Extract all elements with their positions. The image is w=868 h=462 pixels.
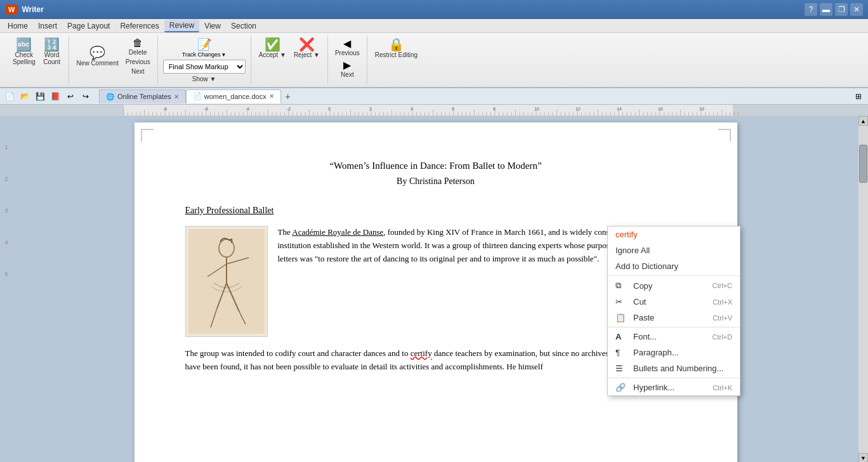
ribbon-group-track: 📝 Track Changes ▼ Final Show Markup Fina… (158, 36, 251, 84)
vertical-scrollbar[interactable]: ▲ ▼ (858, 116, 868, 462)
ruler-svg: // ruler ticks drawn via JS below -8-6-4… (0, 105, 868, 116)
scroll-down-btn[interactable]: ▼ (858, 453, 868, 462)
ctx-certify[interactable]: certify (608, 227, 740, 242)
undo-btn[interactable]: ↩ (63, 90, 77, 103)
svg-text:0: 0 (328, 107, 331, 111)
reject-btn[interactable]: ❌ Reject ▼ (291, 37, 322, 60)
svg-text:12: 12 (575, 107, 581, 111)
svg-text:2: 2 (369, 107, 372, 111)
new-doc-btn[interactable]: 📄 (3, 90, 16, 103)
accept-icon: ✅ (265, 38, 280, 51)
ribbon-group-comments: 💬 New Comment 🗑 Delete Previous Next (69, 36, 158, 84)
new-comment-btn[interactable]: 💬 New Comment (74, 45, 121, 68)
svg-text:4: 4 (411, 107, 413, 111)
title-bar-controls: ? ▬ ❐ ✕ (805, 3, 863, 16)
scroll-track[interactable] (858, 126, 868, 453)
spell-error-certify: certify (411, 348, 432, 358)
add-tab-btn[interactable]: + (281, 89, 295, 103)
tab-online-templates[interactable]: 🌐 Online Templates ✕ (99, 89, 186, 103)
font-icon: A (615, 332, 626, 341)
delete-icon: 🗑 (133, 37, 143, 49)
ruler: // ruler ticks drawn via JS below -8-6-4… (0, 105, 868, 116)
dancer-svg (188, 229, 265, 334)
spelling-icon: 🔤 (16, 38, 32, 51)
ribbon-group-proofing: 🔤 CheckSpelling 🔢 WordCount (5, 36, 69, 84)
new-comment-icon: 💬 (89, 46, 105, 59)
context-menu: certify Ignore All Add to Dictionary ⧉Co… (607, 226, 740, 396)
next-comment-btn[interactable]: Next (124, 67, 152, 76)
next-icon: ▶ (343, 59, 351, 71)
redo-btn[interactable]: ↪ (79, 90, 93, 103)
open-btn[interactable]: 📂 (18, 90, 32, 103)
tab-women-dance[interactable]: 📄 women_dance.docx ✕ (186, 89, 281, 103)
ctx-copy[interactable]: ⧉Copy Ctrl+C (608, 277, 740, 294)
scroll-up-btn[interactable]: ▲ (858, 116, 868, 126)
track-changes-btn[interactable]: 📝 Track Changes ▼ (180, 37, 228, 58)
close-btn[interactable]: ✕ (850, 3, 863, 16)
ctx-font[interactable]: AFont... Ctrl+D (608, 329, 740, 345)
ballet-image (185, 226, 268, 337)
pdf-btn[interactable]: 📕 (48, 90, 62, 103)
app-icon: W (5, 4, 18, 15)
svg-rect-1 (0, 105, 124, 116)
menu-home[interactable]: Home (3, 20, 33, 32)
toolbar: 📄 📂 💾 📕 ↩ ↪ 🌐 Online Templates ✕ 📄 women… (0, 88, 868, 105)
reject-icon: ❌ (299, 38, 315, 51)
menu-view[interactable]: View (199, 20, 226, 32)
online-templates-icon: 🌐 (106, 93, 115, 101)
paste-icon: 📋 (615, 313, 626, 322)
close-doc-tab[interactable]: ✕ (269, 93, 274, 100)
svg-text:16: 16 (658, 107, 663, 111)
track-changes-icon: 📝 (197, 37, 211, 51)
left-margin: 1 2 3 4 5 (0, 116, 13, 462)
ctx-hyperlink[interactable]: 🔗Hyperlink... Ctrl+K (608, 380, 740, 395)
delete-comment-btn[interactable]: 🗑 Delete (124, 37, 152, 56)
accept-btn[interactable]: ✅ Accept ▼ (256, 37, 289, 60)
svg-text:-6: -6 (204, 107, 208, 111)
check-spelling-btn[interactable]: 🔤 CheckSpelling (10, 37, 38, 67)
sidebar-toggle-btn[interactable]: ⊞ (852, 90, 865, 103)
tabs-bar: 🌐 Online Templates ✕ 📄 women_dance.docx … (99, 89, 850, 103)
menu-references[interactable]: References (115, 20, 164, 32)
menu-review[interactable]: Review (164, 20, 199, 32)
section-heading: Early Professional Ballet (185, 206, 687, 216)
menu-insert[interactable]: Insert (33, 20, 62, 32)
svg-text:-8: -8 (163, 107, 167, 111)
prev-change-btn[interactable]: ◀ Previous (333, 37, 362, 57)
help-btn[interactable]: ? (805, 3, 817, 16)
ribbon-group-accept-reject: ✅ Accept ▼ ❌ Reject ▼ (251, 36, 328, 84)
ribbon-group-protect: 🔒 Restrict Editing (367, 36, 425, 84)
cut-icon: ✂ (615, 297, 626, 307)
show-btn[interactable]: Show ▼ (190, 75, 218, 83)
prev-comment-btn[interactable]: Previous (124, 58, 152, 66)
minimize-btn[interactable]: ▬ (820, 3, 832, 16)
doc-icon: 📄 (193, 92, 202, 100)
ctx-add-to-dictionary[interactable]: Add to Dictionary (608, 258, 740, 274)
ctx-paste[interactable]: 📋Paste Ctrl+V (608, 310, 740, 326)
menu-section[interactable]: Section (226, 20, 261, 32)
menu-bar: Home Insert Page Layout References Revie… (0, 19, 868, 33)
maximize-btn[interactable]: ❐ (835, 3, 848, 16)
ctx-bullets[interactable]: ☰Bullets and Numbering... (608, 360, 740, 376)
close-online-tab[interactable]: ✕ (174, 93, 179, 100)
menu-page-layout[interactable]: Page Layout (62, 20, 115, 32)
prev-icon: ◀ (343, 37, 351, 50)
word-count-icon: 🔢 (44, 38, 60, 51)
scroll-thumb[interactable] (859, 145, 867, 183)
ctx-divider-3 (608, 378, 740, 378)
word-count-btn[interactable]: 🔢 WordCount (41, 37, 63, 67)
corner-tr (718, 129, 731, 142)
track-changes-dropdown[interactable]: Final Show Markup Final Original Show Ma… (163, 60, 246, 74)
ctx-cut[interactable]: ✂Cut Ctrl+X (608, 294, 740, 310)
doc-author: By Christina Peterson (185, 176, 687, 187)
save-btn[interactable]: 💾 (33, 90, 47, 103)
restrict-editing-btn[interactable]: 🔒 Restrict Editing (372, 37, 420, 60)
app-name: Writer (22, 5, 43, 14)
svg-text:-4: -4 (246, 107, 249, 111)
title-bar: W Writer ? ▬ ❐ ✕ (0, 0, 868, 19)
bullets-icon: ☰ (615, 364, 626, 373)
next-change-btn[interactable]: ▶ Next (339, 58, 356, 79)
ctx-ignore-all[interactable]: Ignore All (608, 242, 740, 258)
ctx-paragraph[interactable]: ¶Paragraph... (608, 345, 740, 360)
copy-icon: ⧉ (615, 280, 626, 291)
